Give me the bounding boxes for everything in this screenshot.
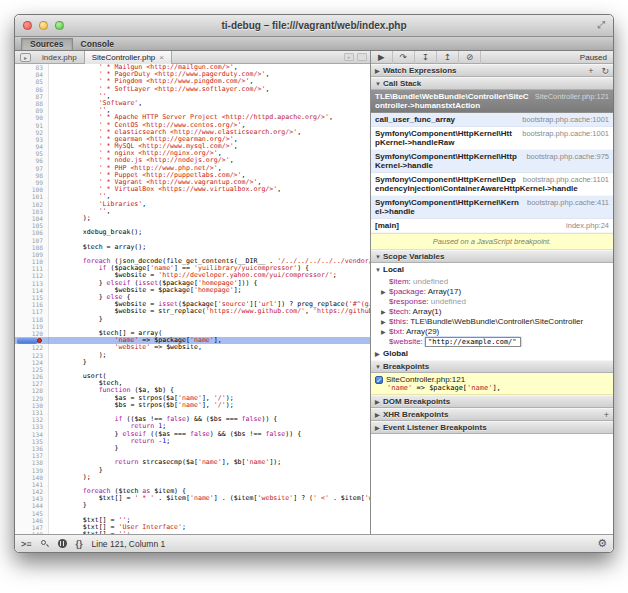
scope-variable[interactable]: ▶$txt: Array(29) — [371, 326, 613, 336]
expand-triangle-icon[interactable]: ▶ — [381, 318, 389, 325]
breakpoint-entry[interactable]: ✓SiteController.php:121 'name' => $packa… — [371, 373, 613, 395]
line-number[interactable]: 123 — [15, 352, 49, 359]
line-number[interactable]: 119 — [15, 323, 49, 330]
line-number[interactable]: 140 — [15, 474, 49, 481]
code-editor[interactable]: 83 ' * Mailgun <http://mailgun.com/>',84… — [15, 64, 370, 534]
call-stack-frame[interactable]: bootstrap.php.cache:975Symfony\Component… — [371, 150, 613, 173]
expand-triangle-icon[interactable]: ▶ — [381, 288, 389, 295]
line-number[interactable]: 146 — [15, 517, 49, 524]
line-number[interactable]: 117 — [15, 308, 49, 315]
line-number[interactable]: 113 — [15, 280, 49, 287]
expand-triangle-icon[interactable]: ▼ — [375, 81, 383, 87]
line-number[interactable]: 122 — [15, 344, 49, 351]
line-number[interactable]: 147 — [15, 524, 49, 531]
line-number[interactable]: 106 — [15, 229, 49, 236]
line-number[interactable]: 86 — [15, 86, 49, 93]
call-stack-frame[interactable]: index.php:24[main] — [371, 219, 613, 233]
scope-variable[interactable]: ▶$this: TLE\Bundle\WebBundle\Controller\… — [371, 316, 613, 326]
line-number[interactable]: 139 — [15, 467, 49, 474]
line-number[interactable]: 138 — [15, 459, 49, 466]
scope-global-header[interactable]: ▶Global — [371, 347, 613, 360]
event-listener-breakpoints-header[interactable]: ▶ Event Listener Breakpoints — [371, 421, 613, 434]
line-number[interactable]: 84 — [15, 71, 49, 78]
editor-option-icon-2[interactable] — [357, 53, 367, 61]
line-number[interactable]: 114 — [15, 287, 49, 294]
line-number[interactable]: 112 — [15, 272, 49, 279]
tab-sources[interactable]: Sources — [21, 38, 73, 50]
line-number[interactable]: 115 — [15, 294, 49, 301]
refresh-watch-icon[interactable]: ↻ — [601, 66, 609, 76]
disable-breakpoints-icon[interactable]: ⊘ — [459, 51, 481, 64]
line-number[interactable]: 93 — [15, 136, 49, 143]
line-number[interactable]: 129 — [15, 395, 49, 402]
editor-option-icon[interactable]: ▸ — [344, 53, 354, 61]
line-number[interactable]: 132 — [15, 416, 49, 423]
line-number[interactable]: 85 — [15, 78, 49, 85]
file-tab-sitecontroller-php[interactable]: SiteController.php× — [84, 51, 172, 64]
search-icon[interactable] — [41, 540, 48, 547]
collapse-triangle-icon[interactable]: ▶ — [375, 350, 383, 357]
line-number[interactable]: 109 — [15, 251, 49, 258]
line-number[interactable]: 97 — [15, 165, 49, 172]
gear-icon[interactable]: ⚙ — [597, 537, 607, 550]
expand-triangle-icon[interactable]: ▶ — [381, 308, 389, 315]
window-titlebar[interactable]: ti-debug – file:///vagrant/web/index.php… — [15, 15, 613, 37]
variable-edit-input[interactable] — [425, 337, 521, 347]
step-into-icon[interactable]: ↧ — [415, 51, 437, 64]
add-watch-icon[interactable]: + — [588, 66, 593, 76]
line-number[interactable]: 125 — [15, 366, 49, 373]
line-number[interactable]: 83 — [15, 64, 49, 71]
scope-local-header[interactable]: ▼Local — [371, 263, 613, 276]
line-number[interactable]: 127 — [15, 380, 49, 387]
call-stack-header[interactable]: ▼ Call Stack — [371, 77, 613, 90]
line-number[interactable]: 144 — [15, 502, 49, 509]
line-number[interactable]: 98 — [15, 172, 49, 179]
line-number[interactable]: 108 — [15, 244, 49, 251]
line-number[interactable]: 105 — [15, 222, 49, 229]
dom-breakpoints-header[interactable]: ▶ DOM Breakpoints — [371, 395, 613, 408]
line-number[interactable]: 141 — [15, 481, 49, 488]
line-number[interactable]: 116 — [15, 301, 49, 308]
watch-expressions-header[interactable]: ▶ Watch Expressions + ↻ — [371, 64, 613, 77]
scope-variable[interactable]: $item: undefined — [371, 276, 613, 286]
scope-variable[interactable]: $response: undefined — [371, 296, 613, 306]
line-number[interactable]: 104 — [15, 215, 49, 222]
line-number[interactable]: 135 — [15, 438, 49, 445]
execution-line-gutter[interactable] — [15, 337, 49, 344]
line-number[interactable]: 87 — [15, 93, 49, 100]
resume-icon[interactable]: ▶ — [371, 51, 393, 64]
pause-on-exceptions-icon[interactable] — [58, 539, 67, 548]
step-out-icon[interactable]: ↥ — [437, 51, 459, 64]
pretty-print-icon[interactable]: {} — [76, 539, 83, 549]
line-number[interactable]: 133 — [15, 423, 49, 430]
line-number[interactable]: 142 — [15, 488, 49, 495]
line-number[interactable]: 130 — [15, 402, 49, 409]
line-number[interactable]: 148 — [15, 531, 49, 534]
collapse-triangle-icon[interactable]: ▶ — [375, 424, 383, 431]
breakpoint-checkbox[interactable]: ✓ — [375, 376, 383, 384]
line-number[interactable]: 89 — [15, 107, 49, 114]
line-number[interactable]: 94 — [15, 143, 49, 150]
line-number[interactable]: 95 — [15, 150, 49, 157]
collapse-triangle-icon[interactable]: ▶ — [375, 67, 383, 74]
line-number[interactable]: 88 — [15, 100, 49, 107]
breakpoints-header[interactable]: ▼ Breakpoints — [371, 360, 613, 373]
expand-triangle-icon[interactable]: ▼ — [375, 364, 383, 370]
step-over-icon[interactable]: ↷ — [393, 51, 415, 64]
expand-triangle-icon[interactable]: ▶ — [381, 328, 389, 335]
file-tab-index-php[interactable]: index.php — [35, 51, 84, 64]
line-number[interactable]: 145 — [15, 510, 49, 517]
expand-triangle-icon[interactable]: ▼ — [375, 254, 383, 260]
console-drawer-icon[interactable]: >≡ — [21, 539, 32, 549]
line-number[interactable]: 137 — [15, 452, 49, 459]
line-number[interactable]: 111 — [15, 265, 49, 272]
collapse-triangle-icon[interactable]: ▶ — [375, 411, 383, 418]
scope-variables-header[interactable]: ▼ Scope Variables — [371, 250, 613, 263]
line-number[interactable]: 99 — [15, 179, 49, 186]
line-number[interactable]: 103 — [15, 208, 49, 215]
call-stack-frame[interactable]: SiteController.php:121TLE\Bundle\WebBund… — [371, 90, 613, 113]
line-number[interactable]: 90 — [15, 114, 49, 121]
line-number[interactable]: 96 — [15, 157, 49, 164]
line-number[interactable]: 92 — [15, 129, 49, 136]
line-number[interactable]: 101 — [15, 193, 49, 200]
